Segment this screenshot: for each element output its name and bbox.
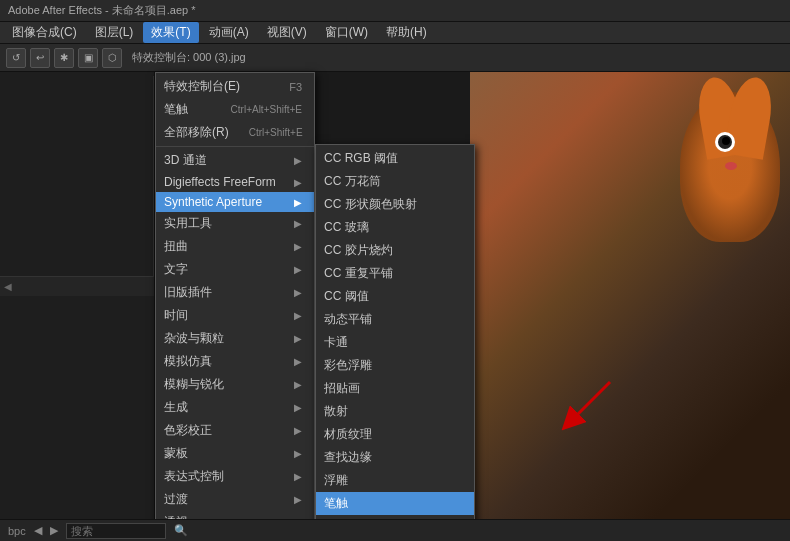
submenu-motion-tile[interactable]: 动态平铺 — [316, 308, 474, 331]
bottom-bar: bpc ◀ ▶ 🔍 — [0, 519, 790, 541]
toolbar-btn-4[interactable]: ▣ — [78, 48, 98, 68]
submenu-cc-repeat[interactable]: CC 重复平铺 — [316, 262, 474, 285]
menu-expression[interactable]: 表达式控制 ▶ — [156, 465, 314, 488]
submenu-posterize[interactable]: 招贴画 — [316, 377, 474, 400]
submenu-cc-colormap[interactable]: CC 形状颜色映射 — [316, 193, 474, 216]
submenu-emboss-color[interactable]: 彩色浮雕 — [316, 354, 474, 377]
menu-matte[interactable]: 蒙板 ▶ — [156, 442, 314, 465]
menu-synthetic[interactable]: Synthetic Aperture ▶ — [156, 192, 314, 212]
menu-layer[interactable]: 图层(L) — [87, 22, 142, 43]
toolbar-btn-1[interactable]: ↺ — [6, 48, 26, 68]
menu-color-correct[interactable]: 色彩校正 ▶ — [156, 419, 314, 442]
menu-pen[interactable]: 笔触 Ctrl+Alt+Shift+E — [156, 98, 314, 121]
menu-digieffects[interactable]: Digieffects FreeForm ▶ — [156, 172, 314, 192]
triangle-icon: ◀ — [34, 524, 42, 537]
left-panel: ◀ — [0, 72, 155, 541]
menu-utility[interactable]: 实用工具 ▶ — [156, 212, 314, 235]
submenu-cartoon[interactable]: 卡通 — [316, 331, 474, 354]
menu-window[interactable]: 窗口(W) — [317, 22, 376, 43]
submenu-cc-kaleid[interactable]: CC 万花筒 — [316, 170, 474, 193]
center-area: 特效控制台(E) F3 笔触 Ctrl+Alt+Shift+E 全部移除(R) … — [155, 72, 790, 541]
submenu-scatter[interactable]: 散射 — [316, 400, 474, 423]
submenu-emboss[interactable]: 浮雕 — [316, 469, 474, 492]
menu-view[interactable]: 视图(V) — [259, 22, 315, 43]
submenu-cc-threshold[interactable]: CC 阈值 — [316, 285, 474, 308]
bpc-label: bpc — [8, 525, 26, 537]
submenu-cc-rgb[interactable]: CC RGB 阈值 — [316, 147, 474, 170]
menu-animation[interactable]: 动画(A) — [201, 22, 257, 43]
submenu-brush-strokes[interactable]: 笔触 — [316, 492, 474, 515]
menu-text[interactable]: 文字 ▶ — [156, 258, 314, 281]
menu-distort[interactable]: 扭曲 ▶ — [156, 235, 314, 258]
search-input[interactable] — [66, 523, 166, 539]
search-icon: 🔍 — [174, 524, 188, 537]
menu-separator-1 — [156, 146, 314, 147]
menu-compose[interactable]: 图像合成(C) — [4, 22, 85, 43]
title-bar: Adobe After Effects - 未命名项目.aep * — [0, 0, 790, 22]
toolbar-btn-2[interactable]: ↩ — [30, 48, 50, 68]
menu-help[interactable]: 帮助(H) — [378, 22, 435, 43]
dropdown-container: 特效控制台(E) F3 笔触 Ctrl+Alt+Shift+E 全部移除(R) … — [155, 72, 315, 541]
toolbar: ↺ ↩ ✱ ▣ ⬡ 特效控制台: 000 (3).jpg — [0, 44, 790, 72]
secondary-dropdown: CC RGB 阈值 CC 万花筒 CC 形状颜色映射 CC 玻璃 CC 胶片烧灼… — [315, 144, 475, 541]
menu-noise-grain[interactable]: 杂波与颗粒 ▶ — [156, 327, 314, 350]
submenu-texturize[interactable]: 材质纹理 — [316, 423, 474, 446]
menu-time[interactable]: 时间 ▶ — [156, 304, 314, 327]
toolbar-btn-3[interactable]: ✱ — [54, 48, 74, 68]
menu-generate[interactable]: 生成 ▶ — [156, 396, 314, 419]
submenu-cc-burn[interactable]: CC 胶片烧灼 — [316, 239, 474, 262]
menu-obsolete[interactable]: 旧版插件 ▶ — [156, 281, 314, 304]
background-image — [470, 72, 790, 541]
submenu-cc-glass[interactable]: CC 玻璃 — [316, 216, 474, 239]
main-layout: ◀ — [0, 72, 790, 541]
menu-effect-controls[interactable]: 特效控制台(E) F3 — [156, 75, 314, 98]
menu-blur-sharpen[interactable]: 模糊与锐化 ▶ — [156, 373, 314, 396]
menu-remove-all[interactable]: 全部移除(R) Ctrl+Shift+E — [156, 121, 314, 144]
menu-bar: 图像合成(C) 图层(L) 效果(T) 动画(A) 视图(V) 窗口(W) 帮助… — [0, 22, 790, 44]
menu-simulate[interactable]: 模拟仿真 ▶ — [156, 350, 314, 373]
submenu-find-edges[interactable]: 查找边缘 — [316, 446, 474, 469]
primary-dropdown: 特效控制台(E) F3 笔触 Ctrl+Alt+Shift+E 全部移除(R) … — [155, 72, 315, 541]
toolbar-btn-5[interactable]: ⬡ — [102, 48, 122, 68]
title-text: Adobe After Effects - 未命名项目.aep * — [8, 3, 196, 18]
toolbar-label: 特效控制台: 000 (3).jpg — [132, 50, 246, 65]
menu-3d-channel[interactable]: 3D 通道 ▶ — [156, 149, 314, 172]
menu-transition[interactable]: 过渡 ▶ — [156, 488, 314, 511]
triangle-right-icon: ▶ — [50, 524, 58, 537]
menu-effect[interactable]: 效果(T) — [143, 22, 198, 43]
